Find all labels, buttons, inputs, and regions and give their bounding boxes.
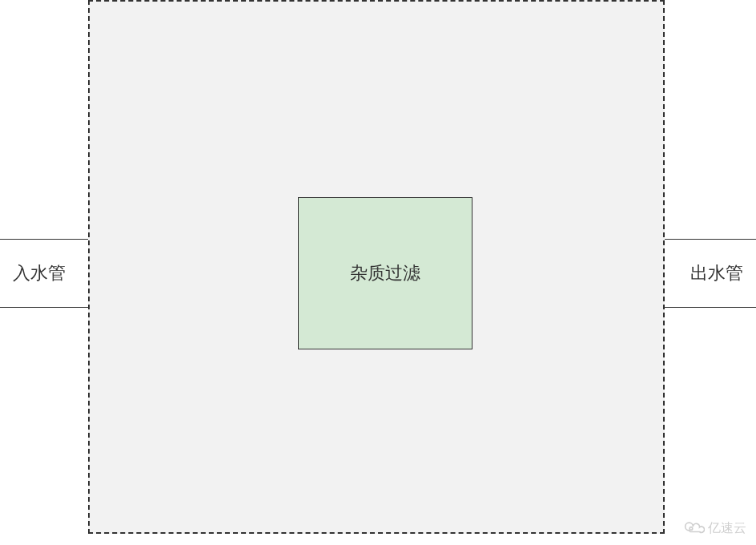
- filter-box: 杂质过滤: [298, 197, 472, 349]
- inlet-pipe-label: 入水管: [13, 261, 66, 285]
- cloud-icon: [684, 519, 705, 537]
- watermark: 亿速云: [684, 519, 746, 537]
- svg-point-0: [690, 527, 693, 531]
- watermark-text: 亿速云: [708, 520, 746, 537]
- outlet-pipe-label: 出水管: [690, 261, 743, 285]
- filter-label: 杂质过滤: [350, 261, 420, 285]
